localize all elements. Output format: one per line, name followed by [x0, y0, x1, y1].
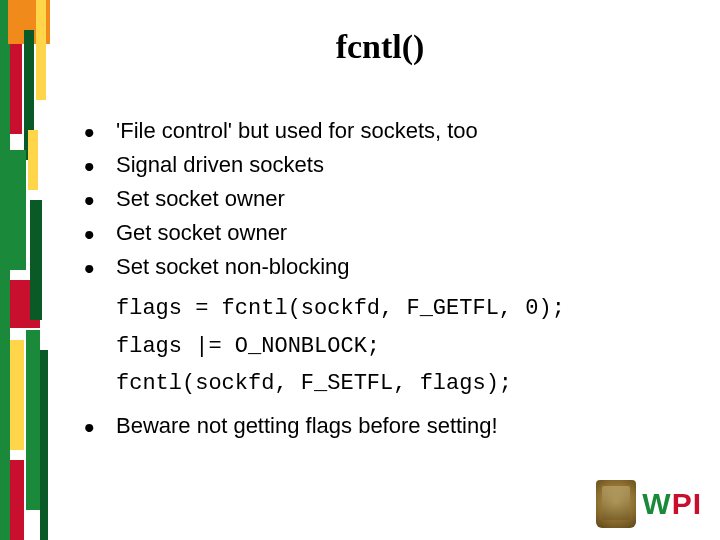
sidebar-bar — [40, 350, 48, 540]
logo-letter-p: P — [672, 487, 693, 520]
bullet-item: Set socket owner — [112, 182, 700, 216]
wpi-seal-icon — [596, 480, 636, 528]
bullet-list-top: 'File control' but used for sockets, too… — [112, 114, 700, 284]
sidebar-bar — [30, 200, 42, 320]
sidebar-bar — [10, 340, 24, 450]
sidebar-bar — [0, 0, 10, 540]
bullet-item: Set socket non-blocking — [112, 250, 700, 284]
sidebar-bar — [26, 330, 40, 510]
slide: fcntl() 'File control' but used for sock… — [0, 0, 720, 540]
sidebar-bar — [10, 44, 22, 134]
slide-title: fcntl() — [60, 28, 700, 66]
code-block: flags = fcntl(sockfd, F_GETFL, 0); flags… — [116, 290, 700, 402]
bullet-item: Signal driven sockets — [112, 148, 700, 182]
bullet-item: Get socket owner — [112, 216, 700, 250]
bullet-item: Beware not getting flags before setting! — [112, 409, 700, 443]
sidebar-bar — [10, 150, 26, 270]
sidebar-bar — [36, 0, 46, 100]
wpi-logo: WPI — [596, 480, 702, 528]
bullet-item: 'File control' but used for sockets, too — [112, 114, 700, 148]
sidebar-bar — [10, 460, 24, 540]
bullet-list-bottom: Beware not getting flags before setting! — [112, 409, 700, 443]
sidebar-bar — [28, 130, 38, 190]
content-area: fcntl() 'File control' but used for sock… — [60, 28, 700, 443]
logo-letter-w: W — [642, 487, 671, 520]
logo-letter-i: I — [693, 487, 702, 520]
wpi-logo-text: WPI — [642, 487, 702, 521]
decorative-sidebar — [0, 0, 48, 540]
